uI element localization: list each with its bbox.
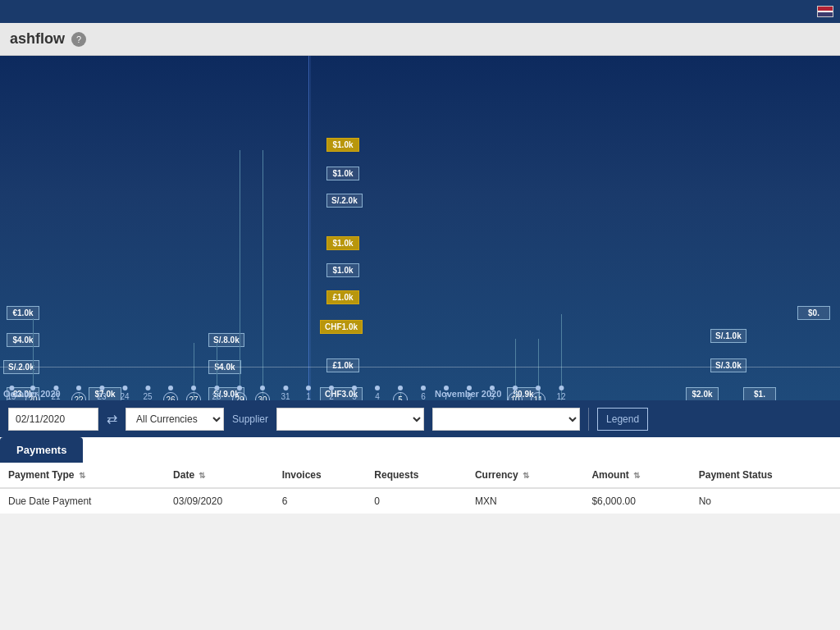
- node-usd1k-2[interactable]: $1.0k: [326, 167, 359, 181]
- help-icon[interactable]: ?: [71, 32, 86, 47]
- connector-oct29: [240, 150, 240, 396]
- node-chf1k-gold[interactable]: CHF1.0k: [320, 320, 363, 335]
- table-header-row: Payment Type ⇅ Date ⇅ Invoices Requests …: [0, 463, 840, 488]
- controls-divider: [588, 408, 589, 431]
- tick-24[interactable]: 24: [120, 386, 129, 400]
- node-usd4k-2[interactable]: $4.0k: [208, 360, 241, 375]
- col-requests: Requests: [366, 463, 467, 488]
- node-usd4k[interactable]: $4.0k: [7, 333, 39, 348]
- tick-6[interactable]: 6: [421, 386, 426, 400]
- page-title: ashflow: [10, 30, 65, 48]
- col-invoices: Invoices: [274, 463, 367, 488]
- node-gbp1k-gold[interactable]: £1.0k: [326, 290, 359, 305]
- tick-11[interactable]: 11: [531, 386, 546, 400]
- top-bar: [0, 0, 840, 23]
- node-gbp1k-outline[interactable]: £1.0k: [326, 358, 359, 373]
- col-status: Payment Status: [691, 463, 840, 488]
- payments-tab[interactable]: Payments: [0, 437, 83, 463]
- tick-26[interactable]: 26: [163, 386, 178, 400]
- tick-4[interactable]: 4: [375, 386, 380, 400]
- tick-12[interactable]: 12: [556, 386, 565, 400]
- tick-23[interactable]: 23: [97, 386, 106, 400]
- node-usd1k-3[interactable]: $1.0k: [326, 236, 359, 251]
- tick-10[interactable]: 10: [508, 386, 523, 400]
- calendar-icon[interactable]: ⇄: [107, 411, 117, 427]
- payments-tbody: Due Date Payment 03/09/2020 6 0 MXN $6,0…: [0, 488, 840, 514]
- col-date[interactable]: Date ⇅: [165, 463, 274, 488]
- month-october: October 2020: [3, 389, 61, 399]
- node-sol2k[interactable]: S/.2.0k: [3, 360, 39, 375]
- table-row[interactable]: Due Date Payment 03/09/2020 6 0 MXN $6,0…: [0, 488, 840, 514]
- cell-date: 03/09/2020: [165, 488, 274, 514]
- node-sol3k[interactable]: S/.3.0k: [710, 358, 746, 373]
- tick-22[interactable]: 22: [71, 386, 86, 400]
- page-header: ashflow ?: [0, 23, 840, 56]
- cell-status: No: [691, 488, 840, 514]
- node-usd0-right[interactable]: $0.: [797, 306, 830, 321]
- date-input[interactable]: [8, 408, 98, 431]
- tick-2[interactable]: 2: [329, 386, 334, 400]
- node-usd1k-top[interactable]: $1.0k: [326, 138, 359, 153]
- node-usd1k-4[interactable]: $1.0k: [326, 263, 359, 278]
- cell-currency: MXN: [467, 488, 583, 514]
- chart-area: €1.0k $4.0k S/.2.0k €3.0k $7.0k S/.8.0k …: [0, 56, 840, 400]
- supplier-select[interactable]: [276, 408, 424, 431]
- tick-3[interactable]: 3: [352, 386, 357, 400]
- tick-5[interactable]: 5: [393, 386, 408, 400]
- col-payment-type[interactable]: Payment Type ⇅: [0, 463, 165, 488]
- month-november: November 2020: [435, 389, 501, 399]
- cell-amount: $6,000.00: [583, 488, 690, 514]
- cell-requests: 0: [366, 488, 467, 514]
- tick-25[interactable]: 25: [143, 386, 152, 400]
- us-flag-icon: [817, 6, 833, 17]
- cell-invoices: 6: [274, 488, 367, 514]
- col-currency[interactable]: Currency ⇅: [467, 463, 583, 488]
- col-amount[interactable]: Amount ⇅: [583, 463, 690, 488]
- node-sol2k-2[interactable]: S/.2.0k: [326, 194, 363, 208]
- cell-payment-type: Due Date Payment: [0, 488, 165, 514]
- tick-31[interactable]: 31: [281, 386, 290, 400]
- payments-section: Payments Payment Type ⇅ Date ⇅ Invoices …: [0, 437, 840, 514]
- legend-button[interactable]: Legend: [597, 408, 648, 431]
- controls-bar: ⇄ All Currencies USD EUR GBP CHF Supplie…: [0, 400, 840, 437]
- currency-select[interactable]: All Currencies USD EUR GBP CHF: [126, 408, 224, 431]
- node-sol1k[interactable]: S/.1.0k: [710, 329, 746, 344]
- node-eur1k[interactable]: €1.0k: [7, 306, 39, 321]
- connector-oct20: [33, 318, 34, 392]
- extra-select[interactable]: [432, 408, 580, 431]
- connector-oct30: [262, 150, 263, 396]
- current-date-line: [308, 56, 309, 400]
- tick-28[interactable]: 28: [212, 386, 221, 400]
- timeline: [0, 367, 840, 368]
- node-usd2k[interactable]: $2.0k: [686, 387, 719, 400]
- tick-1[interactable]: 1: [306, 386, 311, 400]
- tick-30[interactable]: 30: [255, 386, 270, 400]
- tick-27[interactable]: 27: [186, 386, 201, 400]
- tick-29[interactable]: 29: [232, 386, 247, 400]
- supplier-label: Supplier: [232, 413, 268, 425]
- current-date-line2: [310, 56, 311, 400]
- payments-table: Payment Type ⇅ Date ⇅ Invoices Requests …: [0, 463, 840, 514]
- node-usd1-right[interactable]: $1.: [743, 387, 776, 400]
